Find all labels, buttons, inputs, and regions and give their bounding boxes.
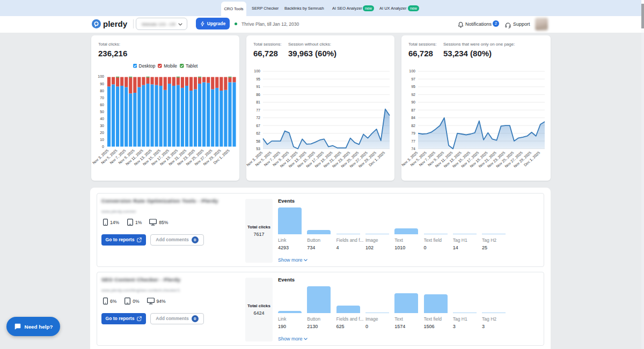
svg-text:90: 90 bbox=[411, 100, 415, 104]
svg-text:77: 77 bbox=[256, 108, 260, 112]
svg-text:82: 82 bbox=[411, 124, 415, 128]
svg-text:81: 81 bbox=[256, 100, 260, 104]
svg-text:72: 72 bbox=[256, 116, 260, 120]
svg-text:74: 74 bbox=[411, 147, 415, 151]
svg-text:79: 79 bbox=[411, 131, 415, 135]
svg-text:67: 67 bbox=[256, 124, 260, 128]
svg-text:97: 97 bbox=[411, 77, 415, 81]
svg-text:100: 100 bbox=[254, 69, 260, 73]
svg-text:86: 86 bbox=[256, 93, 260, 96]
svg-text:95: 95 bbox=[256, 77, 260, 81]
svg-text:84: 84 bbox=[411, 116, 415, 120]
svg-text:90: 90 bbox=[100, 82, 104, 86]
svg-text:92: 92 bbox=[411, 93, 415, 96]
svg-text:40: 40 bbox=[100, 117, 104, 121]
svg-text:50: 50 bbox=[100, 110, 104, 114]
svg-text:0: 0 bbox=[102, 145, 104, 148]
svg-text:77: 77 bbox=[411, 139, 415, 143]
svg-text:53: 53 bbox=[256, 147, 260, 151]
svg-text:100: 100 bbox=[409, 69, 415, 73]
svg-text:60: 60 bbox=[100, 103, 104, 107]
svg-text:10: 10 bbox=[100, 138, 104, 142]
svg-text:80: 80 bbox=[100, 89, 104, 93]
svg-text:62: 62 bbox=[256, 131, 260, 135]
svg-text:70: 70 bbox=[100, 96, 104, 100]
svg-text:30: 30 bbox=[100, 124, 104, 128]
svg-text:87: 87 bbox=[411, 108, 415, 112]
svg-text:58: 58 bbox=[256, 139, 260, 143]
svg-text:95: 95 bbox=[411, 85, 415, 88]
svg-text:91: 91 bbox=[256, 85, 260, 88]
svg-text:20: 20 bbox=[100, 131, 104, 135]
svg-text:100: 100 bbox=[98, 75, 104, 78]
